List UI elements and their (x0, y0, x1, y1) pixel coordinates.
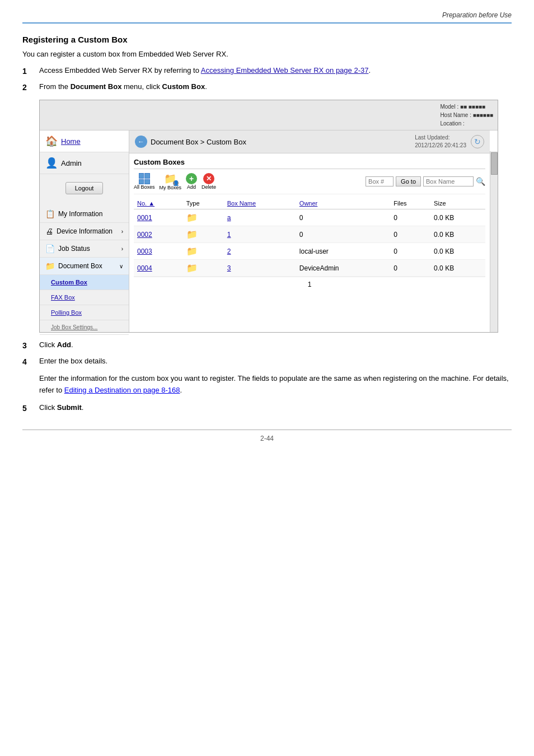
location-info: Location : (440, 119, 493, 128)
browser-body: 🏠 Home 👤 Admin Logout 📋 My Information (40, 130, 498, 332)
sidebar-item-custom-box[interactable]: Custom Box (40, 275, 129, 290)
job-box-settings-label: Job Box Settings... (51, 324, 97, 330)
box-name-link[interactable]: a (227, 214, 231, 222)
table-row: 0004 📁 3 DeviceAdmin 0 0.0 KB (134, 260, 485, 277)
cell-no: 0003 (134, 243, 183, 260)
refresh-button[interactable]: ↻ (471, 135, 484, 148)
box-link[interactable]: 0002 (137, 231, 152, 239)
toolbar: All Boxes 📁 👤 My Boxes + Add (134, 172, 485, 194)
box-link[interactable]: 0001 (137, 214, 152, 222)
delete-button[interactable]: ✕ Delete (202, 173, 216, 190)
custom-box-label: Custom Box (51, 279, 87, 286)
document-box-icon: 📁 (45, 262, 55, 270)
step-2-text: From the Document Box menu, click Custom… (39, 82, 512, 91)
step-4-text: Enter the box details. (39, 357, 512, 365)
sidebar-item-document-box[interactable]: 📁 Document Box ∨ (40, 258, 129, 275)
sidebar-item-my-information[interactable]: 📋 My Information (40, 206, 129, 223)
sidebar-item-job-box-settings[interactable]: Job Box Settings... (40, 320, 129, 335)
box-table: No. ▲ Type Box Name Owner Files Size 000… (134, 198, 485, 277)
goto-button[interactable]: Go to (396, 176, 421, 186)
last-updated: Last Updated: 2012/12/26 20:41:23 (415, 134, 466, 150)
job-status-icon: 📄 (45, 244, 55, 253)
step-1-text: Access Embedded Web Server RX by referri… (39, 66, 512, 74)
cell-type: 📁 (183, 243, 224, 260)
sidebar-home[interactable]: 🏠 Home (40, 130, 129, 152)
sidebar-item-fax-box[interactable]: FAX Box (40, 290, 129, 305)
box-number-input[interactable] (366, 176, 394, 186)
box-name-link[interactable]: 2 (227, 248, 231, 255)
my-boxes-button[interactable]: 📁 👤 My Boxes (160, 172, 182, 190)
home-label[interactable]: Home (61, 137, 81, 146)
step-4-number: 4 (22, 357, 39, 366)
cell-owner: 0 (296, 226, 390, 243)
breadcrumb-navigation: ← Document Box > Custom Box (135, 136, 246, 148)
cell-name: a (224, 209, 296, 226)
step-4-link[interactable]: Editing a Destination on page 8-168 (64, 386, 180, 394)
cell-type: 📁 (183, 260, 224, 277)
fax-box-label: FAX Box (51, 294, 75, 301)
sidebar-item-device-information[interactable]: 🖨 Device Information › (40, 223, 129, 240)
sidebar-navigation: 📋 My Information 🖨 Device Information › … (40, 206, 129, 335)
box-link[interactable]: 0003 (137, 248, 152, 255)
pagination: 1 (134, 277, 485, 292)
cell-owner: 0 (296, 209, 390, 226)
cell-files: 0 (390, 260, 430, 277)
section-header: Preparation before Use (22, 11, 512, 24)
sidebar-item-polling-box[interactable]: Polling Box (40, 305, 129, 320)
search-input[interactable] (423, 176, 474, 186)
step-5-number: 5 (22, 404, 39, 413)
browser-topbar-info: Model : ■■ ■■■■■ Host Name : ■■■■■■ Loca… (440, 102, 493, 128)
cell-owner: DeviceAdmin (296, 260, 390, 277)
cell-no: 0001 (134, 209, 183, 226)
sidebar-item-label: Device Information (57, 227, 113, 235)
col-header-size: Size (430, 198, 485, 209)
col-header-no[interactable]: No. ▲ (134, 198, 183, 209)
model-label: Model : (440, 104, 458, 110)
breadcrumb-bar: ← Document Box > Custom Box Last Updated… (129, 130, 490, 153)
all-boxes-button[interactable]: All Boxes (134, 173, 155, 190)
box-name-link[interactable]: 1 (227, 231, 231, 239)
back-button[interactable]: ← (135, 136, 147, 148)
device-information-icon: 🖨 (45, 227, 53, 236)
sort-no-link[interactable]: No. ▲ (137, 200, 154, 207)
cell-size: 0.0 KB (430, 226, 485, 243)
scrollbar[interactable] (490, 151, 498, 332)
step-1-link[interactable]: Accessing Embedded Web Server RX on page… (201, 66, 369, 74)
scroll-thumb[interactable] (491, 152, 498, 175)
location-label: Location : (440, 120, 464, 127)
cell-size: 0.0 KB (430, 243, 485, 260)
sort-owner-link[interactable]: Owner (299, 200, 317, 207)
step-2: 2 From the Document Box menu, click Cust… (22, 82, 512, 92)
cell-type: 📁 (183, 209, 224, 226)
step-5: 5 Click Submit. (22, 403, 512, 413)
cell-name: 3 (224, 260, 296, 277)
my-information-icon: 📋 (45, 209, 55, 218)
section-label: Preparation before Use (442, 11, 512, 19)
page-number: 1 (308, 281, 312, 288)
add-button[interactable]: + Add (186, 173, 197, 190)
logout-button[interactable]: Logout (65, 182, 104, 194)
home-icon: 🏠 (45, 135, 58, 147)
sidebar-item-job-status[interactable]: 📄 Job Status › (40, 240, 129, 258)
cell-files: 0 (390, 243, 430, 260)
box-name-link[interactable]: 3 (227, 264, 231, 272)
sort-name-link[interactable]: Box Name (227, 200, 256, 207)
search-button[interactable]: 🔍 (476, 177, 485, 186)
hostname-value: ■■■■■■ (473, 112, 493, 118)
custom-boxes-title: Custom Boxes (134, 158, 485, 169)
footer: 2-44 (22, 430, 512, 442)
cell-type: 📁 (183, 226, 224, 243)
sidebar-admin: 👤 Admin (40, 152, 129, 174)
cell-size: 0.0 KB (430, 260, 485, 277)
box-link[interactable]: 0004 (137, 264, 152, 272)
step-2-number: 2 (22, 83, 39, 92)
sidebar-item-label: Document Box (58, 262, 102, 270)
cell-name: 2 (224, 243, 296, 260)
model-value: ■■ ■■■■■ (460, 104, 485, 110)
table-row: 0003 📁 2 local-user 0 0.0 KB (134, 243, 485, 260)
content-area: ← Document Box > Custom Box Last Updated… (129, 130, 498, 332)
delete-label: Delete (202, 184, 216, 190)
col-header-owner[interactable]: Owner (296, 198, 390, 209)
custom-boxes-area: Custom Boxes All Boxes (129, 153, 490, 296)
col-header-box-name[interactable]: Box Name (224, 198, 296, 209)
